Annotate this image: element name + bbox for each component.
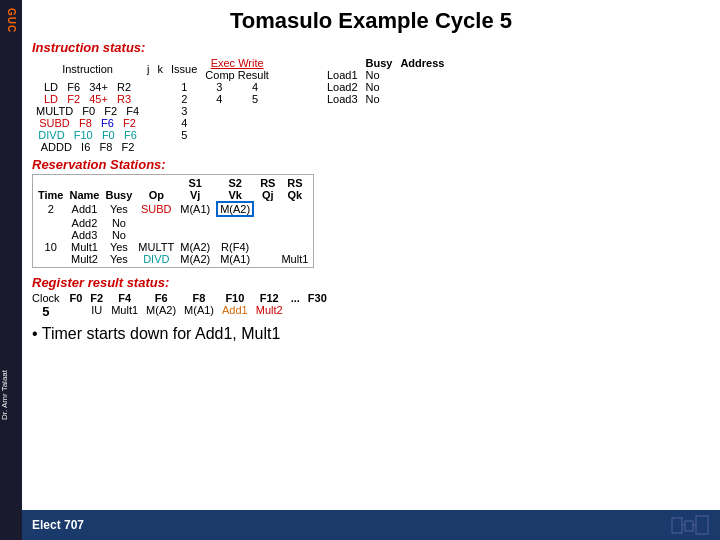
- footer: Elect 707: [22, 510, 720, 540]
- table-row: Mult2 Yes DIVD M(A2) M(A1) Mult1: [35, 253, 311, 265]
- table-row: SUBD F8 F6 F2 4: [32, 117, 273, 129]
- load-table: Busy Address Load1 No Load2 No: [323, 57, 449, 105]
- footer-text: Elect 707: [32, 518, 84, 532]
- table-row: 2 Add1 Yes SUBD M(A1) M(A2): [35, 201, 311, 217]
- register-result-wrapper: Clock 5 F0 F2 F4 F6 F8 F10 F12 ... F30: [32, 292, 710, 319]
- reservation-stations-header: Reservation Stations:: [32, 157, 710, 172]
- rs-table: S1 S2 RS RS Time Name Busy Op Vj Vk Qj Q…: [35, 177, 311, 265]
- instruction-status-header: Instruction status:: [32, 40, 710, 55]
- col-k: k: [154, 57, 168, 81]
- register-result-header: Register result status:: [32, 275, 710, 290]
- instr-name: SUBD F8 F6 F2: [32, 117, 143, 129]
- svg-rect-2: [696, 516, 708, 534]
- svg-rect-1: [685, 521, 693, 531]
- page-title: Tomasulo Example Cycle 5: [32, 8, 710, 34]
- author-label: Dr. Amr Talaat: [0, 370, 22, 420]
- rs-table-wrapper: S1 S2 RS RS Time Name Busy Op Vj Vk Qj Q…: [32, 174, 314, 268]
- sidebar-logo: GUC: [6, 8, 17, 33]
- main-content: Tomasulo Example Cycle 5 Instruction sta…: [22, 0, 720, 510]
- table-row: DIVD F10 F0 F6 5: [32, 129, 273, 141]
- svg-rect-0: [672, 518, 682, 533]
- load-table-wrapper: Busy Address Load1 No Load2 No: [323, 57, 449, 105]
- col-j: j: [143, 57, 153, 81]
- instr-name: DIVD F10 F0 F6: [32, 129, 143, 141]
- table-row: LD F6 34+ R2 1 3 4: [32, 81, 273, 93]
- clock-label: Clock: [32, 292, 60, 304]
- sidebar: GUC: [0, 0, 22, 540]
- table-row: Load1 No: [323, 69, 449, 81]
- col-instruction: Instruction: [32, 57, 143, 81]
- highlighted-cell: M(A2): [216, 201, 254, 217]
- col-exec-write: Exec Write Comp Result: [201, 57, 273, 81]
- instruction-section: Instruction j k Issue Exec Write Comp Re…: [32, 57, 710, 153]
- col-issue: Issue: [167, 57, 201, 81]
- footer-logo: [670, 513, 710, 538]
- instr-name: LD F2 45+ R3: [32, 93, 143, 105]
- clock-wrapper: Clock 5: [32, 292, 60, 319]
- instr-name: MULTD F0 F2 F4: [32, 105, 143, 117]
- table-row: Add3 No: [35, 229, 311, 241]
- table-row: IU Mult1 M(A2) M(A1) Add1 Mult2: [66, 304, 331, 316]
- table-row: LD F2 45+ R3 2 4 5: [32, 93, 273, 105]
- instruction-table-wrapper: Instruction j k Issue Exec Write Comp Re…: [32, 57, 273, 153]
- table-row: MULTD F0 F2 F4 3: [32, 105, 273, 117]
- table-row: ADDD I6 F8 F2: [32, 141, 273, 153]
- table-row: 10 Mult1 Yes MULTT M(A2) R(F4): [35, 241, 311, 253]
- clock-value: 5: [32, 304, 60, 319]
- table-row: Add2 No: [35, 217, 311, 229]
- instr-name: LD F6 34+ R2: [32, 81, 143, 93]
- instr-name: ADDD I6 F8 F2: [32, 141, 143, 153]
- bullet-point: • Timer starts down for Add1, Mult1: [32, 325, 710, 343]
- register-table: F0 F2 F4 F6 F8 F10 F12 ... F30 IU Mult1 …: [66, 292, 331, 316]
- instruction-table: Instruction j k Issue Exec Write Comp Re…: [32, 57, 273, 153]
- table-row: Load3 No: [323, 93, 449, 105]
- table-row: Load2 No: [323, 81, 449, 93]
